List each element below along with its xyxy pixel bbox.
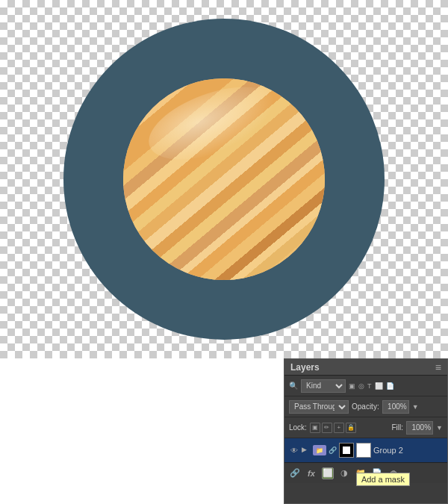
layers-footer: 🔗 fx ⬜ ◑ 📁 📄 🗑 Add a mask <box>284 462 447 483</box>
link-layers-icon[interactable]: 🔗 <box>289 467 301 479</box>
adjustment-layer-icon[interactable]: ◑ <box>338 467 350 479</box>
lock-fill-row: Lock: ▣ ✏ + 🔒 Fill: ▼ <box>284 417 447 438</box>
layer-name: Group 2 <box>373 446 443 455</box>
opacity-input[interactable] <box>382 400 409 414</box>
blend-opacity-row: Pass Through Normal Multiply Screen Opac… <box>284 396 447 417</box>
opacity-label: Opacity: <box>352 402 379 411</box>
lock-position-icon[interactable]: + <box>334 423 344 433</box>
lock-paint-icon[interactable]: ✏ <box>322 423 332 433</box>
planet-illustration <box>63 19 385 340</box>
fill-arrow[interactable]: ▼ <box>436 424 443 432</box>
blend-mode-select[interactable]: Pass Through Normal Multiply Screen <box>289 400 349 414</box>
planet-inner <box>123 78 325 280</box>
canvas-area <box>0 0 448 358</box>
layers-panel-title: Layers <box>290 362 320 373</box>
visibility-icon[interactable]: 👁 <box>289 445 299 455</box>
fx-icon[interactable]: fx <box>305 467 317 479</box>
lock-transparent-icon[interactable]: ▣ <box>310 423 320 433</box>
layer-item-group2[interactable]: 👁 ▶ 📁 🔗 Group 2 <box>284 438 447 462</box>
layer-thumbnail-black <box>339 443 354 458</box>
fill-input[interactable] <box>406 421 433 435</box>
filter-select[interactable]: Kind <box>301 379 346 393</box>
layers-panel: Layers ≡ 🔍 Kind ▣ ◎ T ⬜ 📄 Pass Through N… <box>284 358 448 504</box>
layer-thumb-inner <box>343 447 350 454</box>
lock-icons-group: ▣ ✏ + 🔒 <box>310 423 356 433</box>
filter-adjust-icon[interactable]: ◎ <box>358 382 364 390</box>
layer-thumbnail-white <box>356 443 371 458</box>
filter-type-icon[interactable]: T <box>367 382 372 390</box>
filter-smart-icon[interactable]: 📄 <box>386 382 394 390</box>
add-mask-tooltip: Add a mask <box>356 473 410 486</box>
opacity-arrow[interactable]: ▼ <box>412 403 419 411</box>
filter-shape-icon[interactable]: ⬜ <box>375 382 383 390</box>
filter-pixel-icon[interactable]: ▣ <box>349 382 355 390</box>
filter-row: 🔍 Kind ▣ ◎ T ⬜ 📄 <box>284 376 447 396</box>
expand-arrow-icon[interactable]: ▶ <box>302 446 311 455</box>
folder-icon: 📁 <box>313 445 326 455</box>
layers-panel-header: Layers ≡ <box>284 359 447 376</box>
lock-all-icon[interactable]: 🔒 <box>346 423 356 433</box>
chain-link-icon: 🔗 <box>329 447 337 454</box>
lock-label: Lock: <box>289 423 307 432</box>
fill-label: Fill: <box>392 423 404 432</box>
add-mask-icon[interactable]: ⬜ <box>322 467 334 479</box>
layers-panel-menu-icon[interactable]: ≡ <box>435 361 441 373</box>
